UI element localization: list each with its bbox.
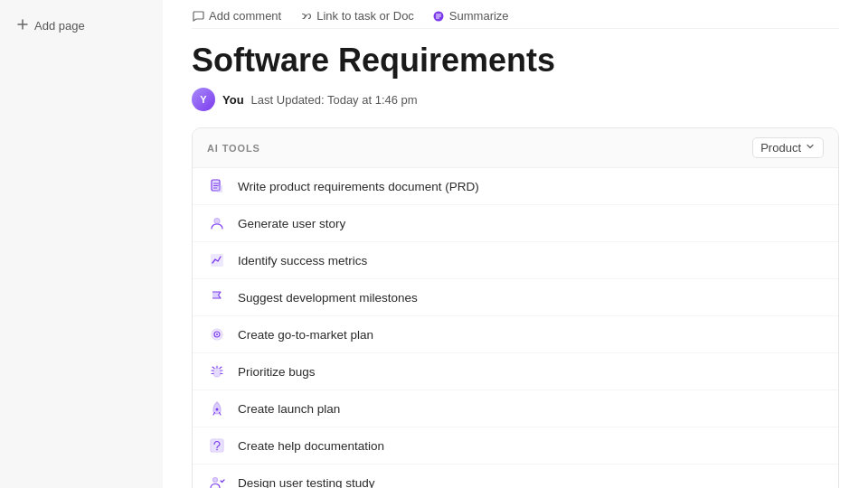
tool-item[interactable]: Create help documentation [193, 427, 838, 465]
tool-icon-user-test [207, 473, 227, 488]
link-icon [299, 10, 312, 23]
tool-label: Create launch plan [238, 402, 340, 416]
tool-label: Prioritize bugs [238, 365, 316, 379]
plus-icon [16, 18, 29, 33]
tool-item[interactable]: Create launch plan [193, 390, 838, 427]
tool-icon-flag [207, 287, 227, 307]
link-task-label: Link to task or Doc [316, 9, 414, 23]
category-dropdown[interactable]: Product [752, 137, 824, 158]
svg-point-9 [213, 368, 221, 377]
tool-label: Suggest development milestones [238, 291, 418, 305]
tool-list: Write product requirements document (PRD… [193, 168, 838, 488]
tool-icon-target [207, 324, 227, 344]
tool-item[interactable]: Write product requirements document (PRD… [193, 168, 838, 205]
sidebar: Add page [0, 0, 163, 488]
ai-tools-label: AI TOOLS [207, 143, 260, 154]
svg-point-12 [216, 449, 218, 451]
tool-label: Create help documentation [238, 439, 384, 453]
tool-icon-user [207, 213, 227, 233]
tool-item[interactable]: Create go-to-market plan [193, 316, 838, 353]
comment-icon [192, 10, 204, 23]
tool-icon-chart [207, 250, 227, 270]
svg-point-10 [216, 408, 219, 411]
add-page-label: Add page [34, 19, 85, 33]
tool-item[interactable]: Suggest development milestones [193, 279, 838, 316]
author-name: You [222, 93, 244, 107]
svg-point-13 [213, 478, 218, 483]
tool-item[interactable]: Prioritize bugs [193, 353, 838, 390]
summarize-label: Summarize [449, 9, 509, 23]
tool-icon-rocket [207, 399, 227, 418]
add-comment-button[interactable]: Add comment [192, 9, 281, 23]
main-content: Add comment Link to task or Doc Summariz… [163, 0, 868, 488]
tool-icon-doc [207, 176, 227, 196]
tool-label: Write product requirements document (PRD… [238, 180, 479, 193]
ai-tools-panel: AI TOOLS Product Write product requireme… [192, 127, 839, 488]
add-page-button[interactable]: Add page [11, 14, 152, 37]
svg-point-8 [216, 333, 218, 335]
tool-item[interactable]: Identify success metrics [193, 242, 838, 279]
ai-tools-header: AI TOOLS Product [193, 128, 838, 168]
svg-point-4 [214, 219, 220, 224]
link-task-button[interactable]: Link to task or Doc [299, 9, 414, 23]
avatar: Y [192, 88, 215, 111]
tool-label: Identify success metrics [238, 254, 367, 267]
tool-label: Design user testing study [238, 476, 375, 488]
tool-item[interactable]: Generate user story [193, 205, 838, 242]
toolbar: Add comment Link to task or Doc Summariz… [192, 0, 839, 29]
tool-item[interactable]: Design user testing study [193, 465, 838, 488]
tool-icon-bug [207, 361, 227, 381]
add-comment-label: Add comment [209, 9, 281, 23]
summarize-icon [432, 10, 445, 23]
svg-rect-3 [217, 185, 222, 192]
tool-icon-help-doc [207, 436, 227, 455]
last-updated: Last Updated: Today at 1:46 pm [251, 93, 418, 107]
page-title: Software Requirements [192, 42, 839, 79]
tool-label: Generate user story [238, 217, 345, 230]
tool-label: Create go-to-market plan [238, 328, 373, 342]
category-label: Product [760, 141, 801, 155]
summarize-button[interactable]: Summarize [432, 9, 509, 23]
chevron-down-icon [805, 141, 816, 155]
author-row: Y You Last Updated: Today at 1:46 pm [192, 88, 839, 111]
